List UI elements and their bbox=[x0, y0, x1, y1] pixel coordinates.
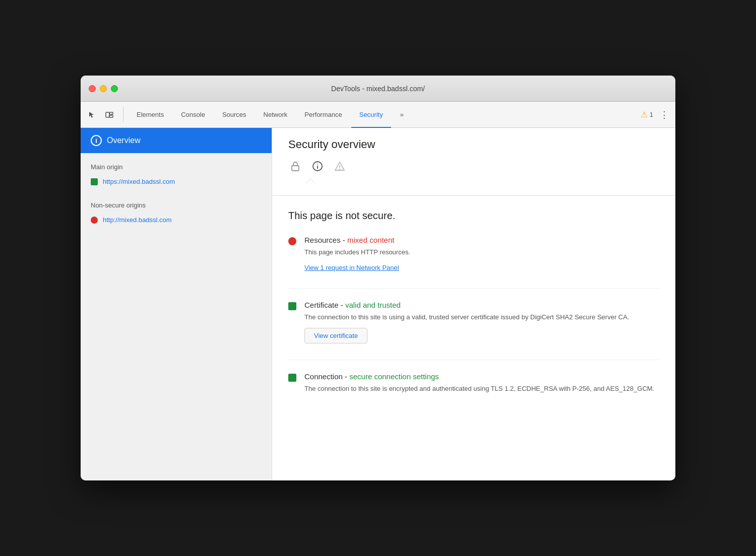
connection-content: Connection - secure connection settings … bbox=[304, 372, 659, 399]
non-secure-title: Non-secure origins bbox=[91, 201, 262, 209]
main-origin-link[interactable]: https://mixed.badssl.com bbox=[103, 178, 175, 185]
certificate-title: Certificate - valid and trusted bbox=[304, 301, 659, 309]
warning-icon: ⚠ bbox=[641, 110, 648, 119]
traffic-lights bbox=[89, 85, 118, 92]
connection-status: secure connection settings bbox=[349, 372, 439, 381]
menu-button[interactable]: ⋮ bbox=[657, 108, 671, 122]
toolbar-right: ⚠ 1 ⋮ bbox=[641, 108, 671, 122]
security-icons-row bbox=[288, 159, 659, 173]
svg-point-6 bbox=[318, 164, 318, 165]
svg-rect-1 bbox=[109, 112, 113, 114]
main-origin-item[interactable]: https://mixed.badssl.com bbox=[91, 176, 262, 187]
window-title: DevTools - mixed.badssl.com/ bbox=[331, 85, 425, 93]
tab-security[interactable]: Security bbox=[351, 102, 391, 128]
connection-title: Connection - secure connection settings bbox=[304, 372, 659, 381]
non-secure-origin-dot bbox=[91, 217, 98, 224]
svg-rect-2 bbox=[109, 115, 113, 117]
certificate-indicator bbox=[288, 302, 296, 310]
resources-description: This page includes HTTP resources. bbox=[304, 247, 659, 258]
svg-rect-3 bbox=[292, 166, 299, 171]
tab-elements[interactable]: Elements bbox=[129, 102, 172, 128]
overview-label: Overview bbox=[107, 136, 141, 145]
maximize-button[interactable] bbox=[111, 85, 118, 92]
divider-1 bbox=[288, 288, 659, 289]
view-network-panel-link[interactable]: View 1 request in Network Panel bbox=[304, 264, 399, 271]
security-header: Security overview bbox=[272, 128, 675, 196]
titlebar: DevTools - mixed.badssl.com/ bbox=[81, 76, 675, 102]
main-origin-title: Main origin bbox=[91, 163, 262, 171]
resources-content: Resources - mixed content This page incl… bbox=[304, 236, 659, 272]
toolbar-icon-group bbox=[85, 107, 123, 122]
overview-item[interactable]: i Overview bbox=[81, 128, 272, 153]
certificate-status: valid and trusted bbox=[345, 301, 401, 309]
warning-triangle-icon bbox=[333, 159, 347, 173]
content-body: This page is not secure. Resources - mix… bbox=[272, 196, 675, 429]
inspect-icon-button[interactable] bbox=[102, 107, 117, 122]
main-origin-dot bbox=[91, 178, 98, 185]
resources-status: mixed content bbox=[347, 236, 394, 244]
lock-icon bbox=[288, 159, 302, 173]
main-content: i Overview Main origin https://mixed.bad… bbox=[81, 128, 675, 480]
close-button[interactable] bbox=[89, 85, 96, 92]
tab-performance[interactable]: Performance bbox=[296, 102, 350, 128]
certificate-content: Certificate - valid and trusted The conn… bbox=[304, 301, 659, 343]
non-secure-origin-item[interactable]: http://mixed.badssl.com bbox=[91, 214, 262, 226]
main-origin-section: Main origin https://mixed.badssl.com bbox=[81, 153, 272, 191]
view-certificate-button[interactable]: View certificate bbox=[304, 328, 367, 343]
overview-info-icon: i bbox=[91, 135, 102, 146]
certificate-description: The connection to this site is using a v… bbox=[304, 312, 659, 323]
tab-sources[interactable]: Sources bbox=[214, 102, 255, 128]
devtools-window: DevTools - mixed.badssl.com/ Elements Co… bbox=[81, 76, 675, 480]
warning-count: 1 bbox=[650, 111, 653, 118]
resources-indicator bbox=[288, 237, 296, 245]
inspect-icon bbox=[105, 111, 113, 119]
non-secure-origin-link[interactable]: http://mixed.badssl.com bbox=[103, 216, 172, 224]
non-secure-section: Non-secure origins http://mixed.badssl.c… bbox=[81, 191, 272, 230]
minimize-button[interactable] bbox=[100, 85, 107, 92]
info-circle-icon[interactable] bbox=[310, 159, 325, 173]
connection-indicator bbox=[288, 374, 296, 382]
cursor-icon-button[interactable] bbox=[85, 107, 100, 122]
tab-more[interactable]: » bbox=[392, 102, 412, 128]
sidebar: i Overview Main origin https://mixed.bad… bbox=[81, 128, 272, 480]
connection-item: Connection - secure connection settings … bbox=[288, 372, 659, 399]
tab-network[interactable]: Network bbox=[256, 102, 296, 128]
resources-item: Resources - mixed content This page incl… bbox=[288, 236, 659, 272]
divider-2 bbox=[288, 360, 659, 360]
security-overview-title: Security overview bbox=[288, 138, 659, 151]
warning-badge[interactable]: ⚠ 1 bbox=[641, 110, 653, 119]
page-status: This page is not secure. bbox=[288, 210, 659, 222]
svg-point-8 bbox=[340, 169, 340, 170]
connection-description: The connection to this site is encrypted… bbox=[304, 384, 659, 394]
svg-rect-0 bbox=[106, 112, 109, 117]
cursor-icon bbox=[88, 111, 96, 119]
resources-title: Resources - mixed content bbox=[304, 236, 659, 244]
toolbar: Elements Console Sources Network Perform… bbox=[81, 102, 675, 128]
certificate-item: Certificate - valid and trusted The conn… bbox=[288, 301, 659, 343]
content-panel: Security overview bbox=[272, 128, 675, 480]
tab-console[interactable]: Console bbox=[173, 102, 213, 128]
